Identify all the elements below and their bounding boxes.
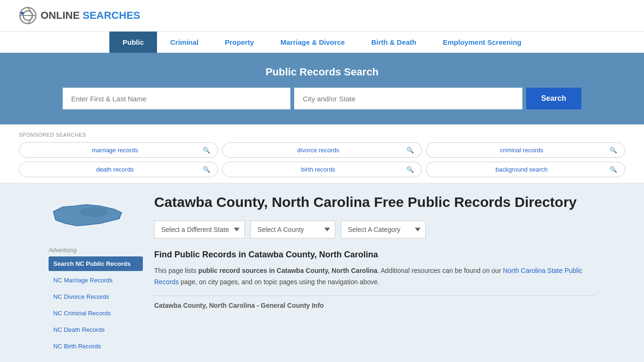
search-icon-criminal: 🔍 bbox=[610, 147, 617, 154]
find-records-desc: This page lists public record sources in… bbox=[154, 265, 595, 288]
svg-point-3 bbox=[21, 12, 24, 15]
main-content: Catawba County, North Carolina Free Publ… bbox=[154, 193, 595, 354]
sidebar-ad-death[interactable]: NC Death Records bbox=[49, 322, 143, 337]
logo[interactable]: ONLINE SEARCHES bbox=[19, 7, 140, 25]
nav-public[interactable]: Public bbox=[109, 32, 157, 53]
search-icon-birth: 🔍 bbox=[406, 166, 414, 173]
sidebar-map bbox=[49, 193, 143, 241]
select-row: Select a Different State Select A County… bbox=[154, 221, 595, 239]
site-header: ONLINE SEARCHES bbox=[0, 0, 644, 31]
sponsored-item-divorce[interactable]: divorce records 🔍 bbox=[222, 142, 421, 158]
find-desc-part1: This page lists bbox=[154, 267, 198, 274]
search-icon-background: 🔍 bbox=[610, 166, 617, 173]
sponsored-item-birth[interactable]: birth records 🔍 bbox=[222, 162, 421, 177]
sponsored-item-criminal[interactable]: criminal records 🔍 bbox=[426, 142, 625, 158]
sponsored-link-marriage: marriage records bbox=[27, 147, 203, 154]
sponsored-link-birth: birth records bbox=[230, 166, 406, 173]
main-layout: Advertising Search NC Public Records NC … bbox=[30, 183, 614, 362]
logo-icon bbox=[19, 7, 37, 25]
category-select[interactable]: Select A Category bbox=[341, 221, 426, 239]
section-divider bbox=[154, 296, 595, 296]
search-button[interactable]: Search bbox=[526, 88, 581, 109]
general-info-title: Catawba County, North Carolina - General… bbox=[154, 302, 595, 309]
main-nav: Public Criminal Property Marriage & Divo… bbox=[0, 31, 644, 53]
search-icon-marriage: 🔍 bbox=[203, 147, 210, 154]
page-title: Catawba County, North Carolina Free Publ… bbox=[154, 193, 595, 211]
find-desc-bold: public record sources in Catawba County,… bbox=[198, 267, 377, 274]
location-input[interactable] bbox=[294, 88, 522, 109]
nav-employment[interactable]: Employment Screening bbox=[429, 32, 535, 53]
nav-birth-death[interactable]: Birth & Death bbox=[358, 32, 429, 53]
sponsored-label: SPONSORED SEARCHES bbox=[19, 132, 625, 138]
sponsored-grid: marriage records 🔍 divorce records 🔍 cri… bbox=[19, 142, 625, 177]
nav-property[interactable]: Property bbox=[212, 32, 267, 53]
sponsored-link-death: death records bbox=[27, 166, 203, 173]
sponsored-item-death[interactable]: death records 🔍 bbox=[19, 162, 218, 177]
nav-criminal[interactable]: Criminal bbox=[157, 32, 212, 53]
sponsored-link-divorce: divorce records bbox=[230, 147, 406, 154]
sponsored-item-marriage[interactable]: marriage records 🔍 bbox=[19, 142, 218, 158]
sidebar-ad-marriage[interactable]: NC Marriage Records bbox=[49, 273, 143, 288]
find-desc-part2: . Additional resources can be found on o… bbox=[378, 267, 503, 274]
nc-map-image bbox=[49, 193, 124, 240]
search-icon-death: 🔍 bbox=[203, 166, 210, 173]
state-select[interactable]: Select a Different State bbox=[154, 221, 245, 239]
logo-text: ONLINE SEARCHES bbox=[41, 9, 140, 22]
name-input[interactable] bbox=[63, 88, 290, 109]
sidebar: Advertising Search NC Public Records NC … bbox=[49, 193, 143, 354]
sidebar-ad-divorce[interactable]: NC Divorce Records bbox=[49, 289, 143, 304]
sidebar-ad-criminal[interactable]: NC Criminal Records bbox=[49, 306, 143, 321]
sidebar-ad-birth[interactable]: NC Birth Records bbox=[49, 339, 143, 354]
search-icon-divorce: 🔍 bbox=[406, 147, 414, 154]
find-records-title: Find Public Records in Catawba County, N… bbox=[154, 250, 595, 260]
sponsored-link-criminal: criminal records bbox=[434, 147, 610, 154]
sponsored-item-background[interactable]: background search 🔍 bbox=[426, 162, 625, 177]
find-desc-part3: page, on city pages, and on topic pages … bbox=[179, 278, 380, 286]
logo-online: ONLINE bbox=[41, 9, 80, 21]
search-row: Search bbox=[63, 88, 581, 109]
sponsored-link-background: background search bbox=[434, 166, 610, 173]
nav-marriage-divorce[interactable]: Marriage & Divorce bbox=[267, 32, 358, 53]
county-select[interactable]: Select A County bbox=[250, 221, 335, 239]
sidebar-ad-search-nc[interactable]: Search NC Public Records bbox=[49, 256, 143, 271]
advertising-label: Advertising bbox=[49, 247, 143, 254]
search-banner-title: Public Records Search bbox=[19, 66, 625, 78]
search-banner: Public Records Search Search bbox=[0, 53, 644, 124]
sponsored-section: SPONSORED SEARCHES marriage records 🔍 di… bbox=[0, 124, 644, 183]
logo-searches: SEARCHES bbox=[83, 9, 140, 21]
